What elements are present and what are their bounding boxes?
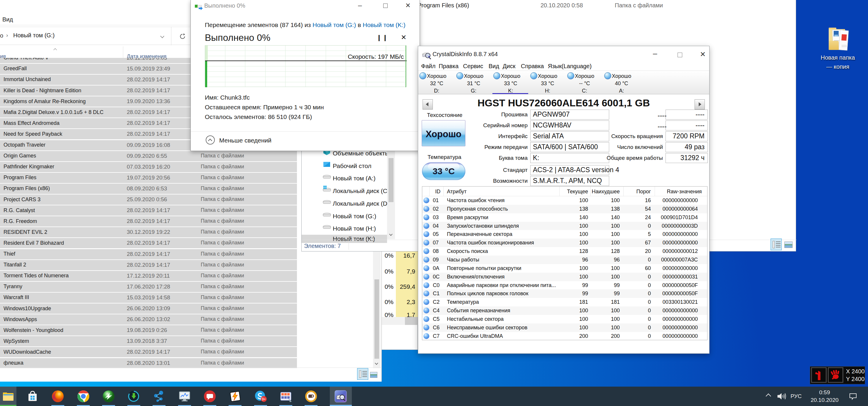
svg-text:9+: 9+ bbox=[262, 397, 266, 401]
